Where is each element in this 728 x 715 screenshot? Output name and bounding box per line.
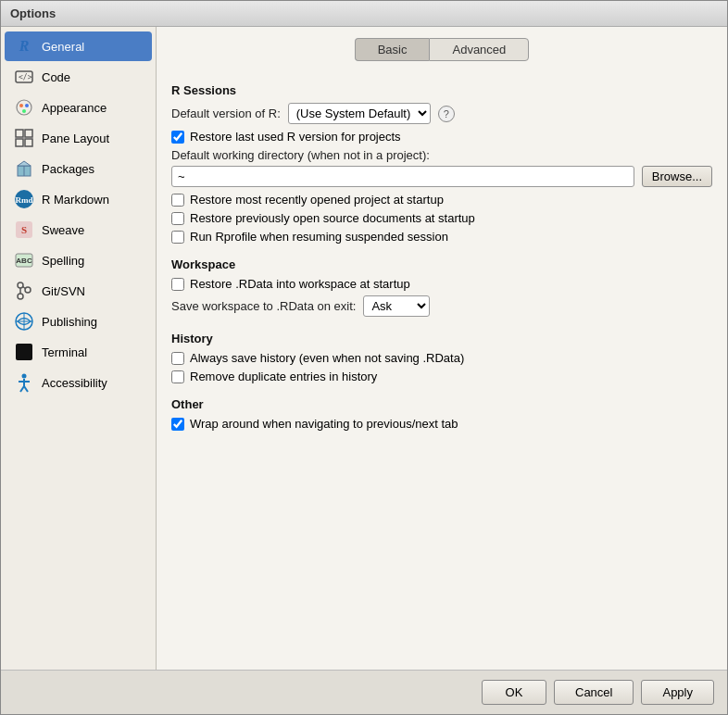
wrap-around-label: Wrap around when navigating to previous/… <box>190 417 458 431</box>
packages-icon <box>14 158 34 179</box>
remove-duplicates-label: Remove duplicate entries in history <box>190 370 377 383</box>
sidebar-item-r-markdown[interactable]: Rmd R Markdown <box>5 184 152 214</box>
working-dir-label: Default working directory (when not in a… <box>171 148 712 162</box>
sidebar-label-r-markdown: R Markdown <box>42 193 109 207</box>
sidebar-item-sweave[interactable]: S Sweave <box>5 215 152 245</box>
run-rprofile-label: Run Rprofile when resuming suspended ses… <box>190 230 448 244</box>
remove-duplicates-checkbox[interactable] <box>171 370 184 383</box>
spelling-icon: ABC <box>14 250 34 270</box>
restore-rdata-label: Restore .RData into workspace at startup <box>190 277 410 291</box>
restore-last-version-checkbox[interactable] <box>171 131 184 144</box>
svg-rect-9 <box>25 139 32 146</box>
working-dir-row: Browse... <box>171 166 712 187</box>
sidebar-item-publishing[interactable]: Publishing <box>5 307 152 336</box>
tab-basic[interactable]: Basic <box>355 38 430 61</box>
save-workspace-label: Save workspace to .RData on exit: <box>171 299 356 313</box>
title-bar: Options <box>1 1 727 27</box>
appearance-icon <box>14 97 34 118</box>
restore-rdata-checkbox[interactable] <box>171 278 184 291</box>
restore-last-version-label: Restore last used R version for projects <box>190 130 401 144</box>
restore-source-label: Restore previously open source documents… <box>190 211 475 225</box>
ok-button[interactable]: OK <box>482 680 546 705</box>
tab-bar: Basic Advanced <box>171 38 712 61</box>
content-area: R General </> Code Appearance <box>1 27 727 670</box>
window-title: Options <box>10 6 56 20</box>
always-save-checkbox[interactable] <box>171 352 184 365</box>
svg-line-31 <box>24 386 28 392</box>
sidebar-label-general: General <box>42 40 84 54</box>
svg-marker-11 <box>18 161 31 166</box>
restore-project-row: Restore most recently opened project at … <box>171 193 712 207</box>
default-version-label: Default version of R: <box>171 107 281 120</box>
sidebar-label-pane-layout: Pane Layout <box>42 132 109 145</box>
bottom-bar: OK Cancel Apply <box>1 670 727 714</box>
run-rprofile-row: Run Rprofile when resuming suspended ses… <box>171 230 712 244</box>
remove-duplicates-row: Remove duplicate entries in history <box>171 370 712 383</box>
browse-button[interactable]: Browse... <box>642 166 712 187</box>
sidebar-item-git-svn[interactable]: Git/SVN <box>5 276 152 306</box>
rmarkdown-icon: Rmd <box>14 189 34 209</box>
sidebar-label-accessibility: Accessibility <box>42 376 107 390</box>
sidebar-item-code[interactable]: </> Code <box>5 62 152 92</box>
restore-source-checkbox[interactable] <box>171 212 184 225</box>
sidebar-label-spelling: Spelling <box>42 254 84 268</box>
sidebar-label-publishing: Publishing <box>42 315 97 329</box>
sidebar-item-pane-layout[interactable]: Pane Layout <box>5 123 152 153</box>
save-workspace-row: Save workspace to .RData on exit: Ask Al… <box>171 295 712 317</box>
tab-advanced[interactable]: Advanced <box>429 38 529 61</box>
svg-text:</>: </> <box>19 73 32 82</box>
svg-point-20 <box>18 294 23 299</box>
other-title: Other <box>171 397 712 411</box>
save-workspace-select[interactable]: Ask Always Never <box>363 295 430 317</box>
sidebar-label-sweave: Sweave <box>42 223 84 237</box>
pane-layout-icon <box>14 128 34 148</box>
svg-text:Rmd: Rmd <box>15 195 32 205</box>
sidebar-label-packages: Packages <box>42 162 94 176</box>
default-version-select[interactable]: (Use System Default) <box>288 103 431 124</box>
main-panel: Basic Advanced R Sessions Default versio… <box>157 27 727 670</box>
terminal-icon <box>14 342 34 362</box>
restore-rdata-row: Restore .RData into workspace at startup <box>171 277 712 291</box>
sweave-icon: S <box>14 220 34 240</box>
sidebar-item-spelling[interactable]: ABC Spelling <box>5 245 152 275</box>
code-icon: </> <box>14 67 34 87</box>
sidebar-item-general[interactable]: R General <box>5 31 152 61</box>
help-icon[interactable]: ? <box>438 106 455 122</box>
svg-rect-6 <box>16 130 23 137</box>
workspace-title: Workspace <box>171 257 712 271</box>
sidebar-item-packages[interactable]: Packages <box>5 154 152 183</box>
sidebar-label-appearance: Appearance <box>42 101 107 115</box>
sidebar-item-appearance[interactable]: Appearance <box>5 93 152 122</box>
svg-rect-7 <box>25 130 32 137</box>
publishing-icon <box>14 311 34 332</box>
svg-point-4 <box>25 104 29 107</box>
sidebar: R General </> Code Appearance <box>1 27 157 670</box>
sidebar-label-git-svn: Git/SVN <box>42 284 85 298</box>
restore-source-row: Restore previously open source documents… <box>171 211 712 225</box>
restore-project-checkbox[interactable] <box>171 194 184 207</box>
default-version-row: Default version of R: (Use System Defaul… <box>171 103 712 124</box>
run-rprofile-checkbox[interactable] <box>171 231 184 244</box>
accessibility-icon <box>14 372 34 393</box>
svg-point-3 <box>19 104 23 107</box>
git-icon <box>14 281 34 301</box>
cancel-button[interactable]: Cancel <box>554 680 634 705</box>
svg-text:S: S <box>21 224 27 235</box>
svg-rect-8 <box>16 139 23 146</box>
sidebar-item-accessibility[interactable]: Accessibility <box>5 368 152 397</box>
wrap-around-checkbox[interactable] <box>171 418 184 431</box>
r-icon: R <box>14 36 34 56</box>
svg-point-5 <box>22 109 26 113</box>
sidebar-item-terminal[interactable]: Terminal <box>5 337 152 367</box>
always-save-label: Always save history (even when not savin… <box>190 351 464 365</box>
sidebar-label-code: Code <box>42 70 70 84</box>
apply-button[interactable]: Apply <box>641 680 714 705</box>
svg-point-21 <box>25 287 31 293</box>
svg-text:ABC: ABC <box>16 257 32 265</box>
r-sessions-title: R Sessions <box>171 83 712 97</box>
restore-project-label: Restore most recently opened project at … <box>190 193 444 207</box>
always-save-history-row: Always save history (even when not savin… <box>171 351 712 365</box>
working-dir-input[interactable] <box>171 166 634 187</box>
restore-last-version-row: Restore last used R version for projects <box>171 130 712 144</box>
svg-point-27 <box>22 374 27 379</box>
